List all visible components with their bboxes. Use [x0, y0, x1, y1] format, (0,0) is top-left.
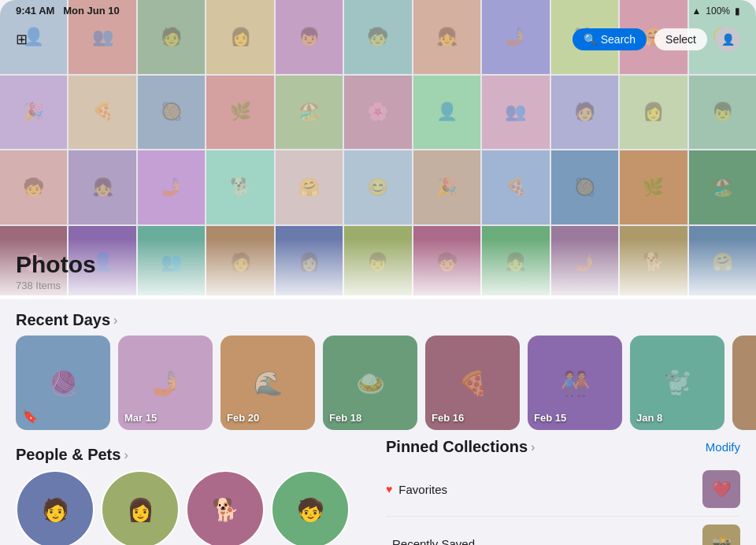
pinned-item-label: Recently Saved	[392, 537, 475, 546]
pinned-chevron: ›	[531, 440, 535, 454]
day-label: Jan 8	[636, 412, 662, 424]
photo-cell[interactable]: 🎉	[0, 76, 67, 150]
battery-icon: ▮	[735, 6, 740, 17]
people-label: People & Pets	[16, 446, 120, 464]
people-section: People & Pets › 🧑👩♥🐕🧒	[0, 438, 378, 545]
people-title[interactable]: People & Pets ›	[16, 446, 128, 464]
status-time: 9:41 AM Mon Jun 10	[16, 5, 120, 17]
photo-cell[interactable]: 🧒	[0, 150, 67, 224]
photos-title-overlay: Photos 738 Items	[0, 239, 756, 299]
day-card[interactable]: 🎹	[732, 336, 756, 430]
select-button[interactable]: Select	[654, 28, 707, 50]
battery-display: 100%	[706, 6, 730, 17]
day-label: Feb 20	[227, 412, 259, 424]
heart-badge: ♥	[169, 533, 175, 543]
people-header: People & Pets ›	[0, 438, 378, 470]
page-subtitle: 738 Items	[16, 280, 740, 291]
time-display: 9:41 AM	[16, 5, 54, 17]
search-label: Search	[601, 33, 636, 46]
nav-left: ⊞	[16, 31, 28, 48]
people-row: 🧑👩♥🐕🧒	[0, 470, 378, 545]
photo-cell[interactable]: 🍕	[482, 150, 549, 224]
modify-button[interactable]: Modify	[706, 440, 740, 454]
photo-cell[interactable]: 🌿	[206, 76, 273, 150]
pinned-items: ♥Favorites❤️Recently Saved📸	[386, 462, 740, 545]
photo-cell[interactable]: 👧	[69, 150, 135, 224]
page-title: Photos	[16, 251, 740, 278]
photo-cell[interactable]: 🥘	[138, 76, 205, 150]
person-card[interactable]: 🐕	[186, 470, 265, 545]
photo-cell[interactable]: 👩	[620, 76, 687, 150]
photo-cell[interactable]: 👥	[482, 76, 549, 150]
day-label: Feb 15	[534, 412, 566, 424]
recent-days-header: Recent Days ›	[0, 303, 756, 336]
photo-cell[interactable]: 🥘	[551, 150, 618, 224]
date-display: Mon Jun 10	[63, 5, 120, 17]
bookmark-icon: 🔖	[22, 409, 38, 424]
photo-cell[interactable]: 🎉	[413, 150, 480, 224]
bottom-two-col: People & Pets › 🧑👩♥🐕🧒 Pinned Collections…	[0, 438, 756, 545]
day-card[interactable]: 🌊Feb 20	[220, 336, 315, 430]
day-card[interactable]: 🧶🔖	[16, 336, 110, 430]
photo-cell[interactable]: 🍕	[69, 76, 135, 150]
pinned-item[interactable]: ♥Favorites❤️	[386, 462, 740, 517]
photo-cell[interactable]: 🤳	[138, 150, 205, 224]
day-card[interactable]: 🤳Mar 15	[118, 336, 213, 430]
status-icons: ▲ 100% ▮	[691, 6, 740, 17]
top-nav: ⊞ 🔍 Search Select 👤	[0, 22, 756, 57]
pinned-header: Pinned Collections › Modify	[386, 438, 740, 462]
day-card[interactable]: 🐩Jan 8	[630, 336, 724, 430]
photo-cell[interactable]: 🧑	[551, 76, 618, 150]
pinned-item[interactable]: Recently Saved📸	[386, 517, 740, 545]
recent-days-label: Recent Days	[16, 311, 110, 329]
pinned-item-label: Favorites	[398, 483, 447, 496]
photo-cell[interactable]: 🏖️	[689, 150, 756, 224]
grid-icon[interactable]: ⊞	[16, 31, 28, 48]
photo-cell[interactable]: 👦	[689, 76, 756, 150]
pinned-item-left: Recently Saved	[386, 537, 475, 546]
photo-cell[interactable]: 🐕	[206, 150, 273, 224]
day-label: Feb 18	[329, 412, 361, 424]
nav-right: 🔍 Search Select 👤	[573, 27, 740, 52]
pinned-item-icon: ♥	[386, 483, 392, 495]
avatar[interactable]: 👤	[715, 27, 740, 52]
search-icon: 🔍	[584, 33, 597, 46]
pinned-section: Pinned Collections › Modify ♥Favorites❤️…	[378, 438, 756, 545]
recent-days-title[interactable]: Recent Days ›	[16, 311, 117, 329]
pinned-title[interactable]: Pinned Collections ›	[386, 438, 535, 456]
day-label: Mar 15	[124, 412, 157, 424]
pinned-item-left: ♥Favorites	[386, 483, 447, 496]
photo-cell[interactable]: 😊	[344, 150, 411, 224]
search-button[interactable]: 🔍 Search	[573, 28, 647, 50]
people-chevron: ›	[124, 448, 128, 462]
day-card[interactable]: 🧑‍🤝‍🧑Feb 15	[528, 336, 622, 430]
pinned-thumb: ❤️	[702, 470, 740, 508]
pinned-thumb: 📸	[702, 525, 740, 545]
photo-cell[interactable]: 🤗	[276, 150, 343, 224]
person-card[interactable]: 👩♥	[101, 470, 180, 545]
photo-cell[interactable]: 👤	[413, 76, 480, 150]
day-card[interactable]: 🍛Feb 18	[323, 336, 417, 430]
pinned-label: Pinned Collections	[386, 438, 528, 456]
wifi-icon: ▲	[691, 6, 701, 17]
status-bar: 9:41 AM Mon Jun 10 ▲ 100% ▮	[0, 0, 756, 20]
day-label: Feb 16	[432, 412, 464, 424]
person-card[interactable]: 🧒	[271, 470, 350, 545]
day-card[interactable]: 🍕Feb 16	[425, 336, 520, 430]
bottom-section[interactable]: Recent Days › 🧶🔖🤳Mar 15🌊Feb 20🍛Feb 18🍕Fe…	[0, 295, 756, 545]
photo-cell[interactable]: 🌿	[620, 150, 687, 224]
person-card[interactable]: 🧑	[16, 470, 94, 545]
recent-days-chevron: ›	[113, 313, 117, 328]
select-label: Select	[665, 33, 696, 46]
photo-cell[interactable]: 🏖️	[276, 76, 343, 150]
recent-days-row: 🧶🔖🤳Mar 15🌊Feb 20🍛Feb 18🍕Feb 16🧑‍🤝‍🧑Feb 1…	[0, 336, 756, 438]
photo-cell[interactable]: 🌸	[344, 76, 411, 150]
